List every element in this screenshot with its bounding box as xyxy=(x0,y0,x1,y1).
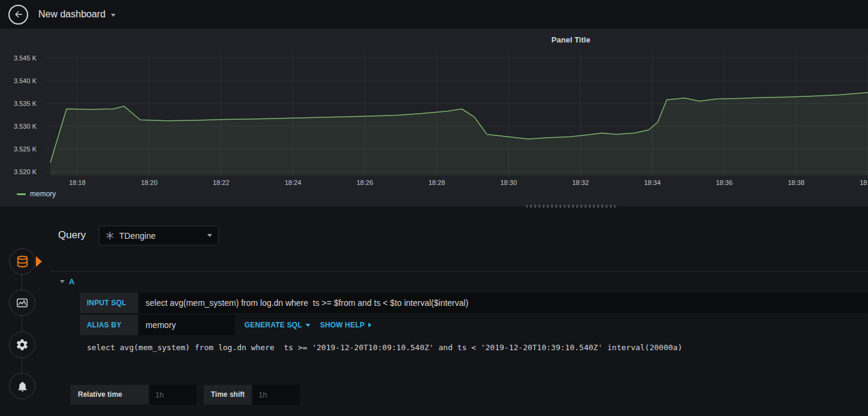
alias-by-row: ALIAS BY GENERATE SQL SHOW HELP xyxy=(80,315,371,335)
relative-time-field[interactable] xyxy=(150,385,196,405)
chart-image-icon xyxy=(16,296,29,309)
time-options-row: Relative time Time shift xyxy=(71,385,300,405)
svg-text:18:34: 18:34 xyxy=(644,179,661,186)
svg-text:18:40: 18:40 xyxy=(860,179,868,186)
legend-color-swatch xyxy=(17,193,26,195)
time-shift-label: Time shift xyxy=(204,385,252,405)
relative-time-label: Relative time xyxy=(71,385,149,405)
svg-text:18:24: 18:24 xyxy=(285,179,301,186)
show-help-label: SHOW HELP xyxy=(320,321,364,329)
graph-panel: Panel Title 3.545 K3.540 K3.535 K3.530 K… xyxy=(0,29,868,207)
input-sql-row: INPUT SQL xyxy=(80,293,868,313)
query-ref-a-header[interactable]: A xyxy=(51,271,868,286)
generated-sql-preview: select avg(mem_system) from log.dn where… xyxy=(87,343,682,352)
legend-item-memory[interactable]: memory xyxy=(17,190,56,198)
query-section-title: Query xyxy=(58,229,86,241)
tdengine-logo-icon xyxy=(105,231,114,240)
tab-alert[interactable] xyxy=(9,373,35,399)
svg-text:18:36: 18:36 xyxy=(716,179,733,186)
generate-sql-button[interactable]: GENERATE SQL xyxy=(244,315,310,335)
active-tab-arrow-icon xyxy=(36,256,42,267)
svg-text:18:20: 18:20 xyxy=(141,179,158,186)
svg-text:18:30: 18:30 xyxy=(500,179,517,186)
chevron-down-icon xyxy=(306,324,310,327)
collapse-caret-icon xyxy=(60,280,65,283)
database-icon xyxy=(16,255,29,269)
svg-text:18:26: 18:26 xyxy=(356,179,373,186)
chevron-right-icon xyxy=(368,323,371,327)
tab-queries[interactable] xyxy=(9,248,35,275)
input-sql-field[interactable] xyxy=(139,293,868,313)
query-ref-letter: A xyxy=(69,277,74,286)
legend-label: memory xyxy=(30,190,56,198)
chevron-down-icon xyxy=(111,14,116,17)
top-navbar: New dashboard xyxy=(0,0,868,29)
tab-visualization[interactable] xyxy=(9,290,35,316)
tab-connector-line xyxy=(22,262,22,386)
svg-text:18:32: 18:32 xyxy=(572,179,589,186)
dashboard-title-menu[interactable]: New dashboard xyxy=(38,9,116,20)
svg-text:3.530 K: 3.530 K xyxy=(14,123,37,130)
alias-by-field[interactable] xyxy=(139,315,235,335)
svg-text:3.535 K: 3.535 K xyxy=(14,100,37,107)
svg-text:18:18: 18:18 xyxy=(69,179,86,186)
gear-icon xyxy=(16,338,29,351)
svg-text:3.540 K: 3.540 K xyxy=(14,77,37,84)
datasource-picker[interactable]: TDengine xyxy=(99,226,219,245)
svg-text:3.520 K: 3.520 K xyxy=(14,168,37,175)
svg-text:18:28: 18:28 xyxy=(428,179,445,186)
back-button[interactable] xyxy=(8,5,28,25)
datasource-value: TDengine xyxy=(119,231,156,241)
scrollbar-handle[interactable] xyxy=(526,205,616,208)
input-sql-label: INPUT SQL xyxy=(80,293,138,313)
chevron-down-icon xyxy=(207,234,212,237)
bell-icon xyxy=(16,380,29,393)
svg-text:18:22: 18:22 xyxy=(213,179,229,186)
svg-text:3.545 K: 3.545 K xyxy=(14,54,37,62)
tab-general[interactable] xyxy=(9,332,35,358)
alias-by-label: ALIAS BY xyxy=(80,315,138,335)
timeseries-chart[interactable]: 3.545 K3.540 K3.535 K3.530 K3.525 K3.520… xyxy=(0,29,868,207)
generate-sql-label: GENERATE SQL xyxy=(244,321,302,329)
time-shift-field[interactable] xyxy=(253,385,300,405)
arrow-left-icon xyxy=(13,9,24,20)
svg-text:3.525 K: 3.525 K xyxy=(14,145,37,153)
dashboard-title: New dashboard xyxy=(38,9,105,20)
svg-text:18:38: 18:38 xyxy=(788,179,805,186)
show-help-button[interactable]: SHOW HELP xyxy=(320,315,371,335)
